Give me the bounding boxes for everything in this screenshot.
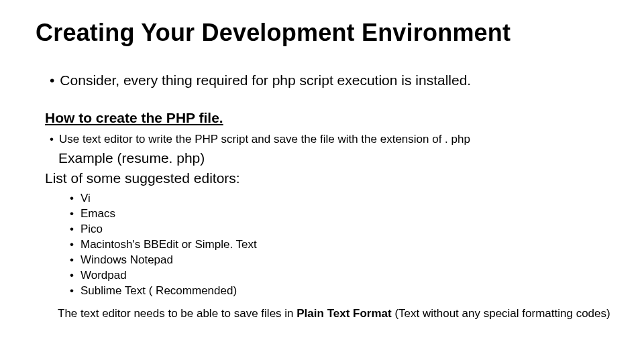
bullet-main-text: Consider, every thing required for php s…: [60, 72, 471, 88]
list-item: •Pico: [70, 222, 257, 237]
example-line: Example (resume. php): [58, 150, 205, 166]
bullet-sub: •Use text editor to write the PHP script…: [50, 133, 470, 146]
editors-list-label: List of some suggested editors:: [45, 170, 240, 186]
list-item: •Sublime Text ( Recommended): [70, 284, 257, 299]
bullet-icon: •: [70, 206, 80, 222]
list-item: •Windows Notepad: [70, 253, 257, 268]
slide-title: Creating Your Development Environment: [36, 19, 511, 47]
list-item-text: Sublime Text ( Recommended): [80, 284, 237, 297]
bullet-icon: •: [50, 133, 54, 145]
bullet-icon: •: [70, 268, 80, 284]
bullet-icon: •: [70, 237, 80, 253]
bullet-main: •Consider, every thing required for php …: [50, 72, 471, 88]
bullet-icon: •: [70, 284, 80, 299]
list-item-text: Wordpad: [80, 269, 127, 282]
list-item: •Emacs: [70, 206, 257, 222]
bullet-icon: •: [50, 72, 54, 88]
list-item: •Macintosh's BBEdit or Simple. Text: [70, 237, 257, 253]
closing-bold: Plain Text Format: [297, 307, 391, 320]
list-item-text: Emacs: [80, 207, 115, 220]
bullet-icon: •: [70, 222, 80, 237]
slide: Creating Your Development Environment •C…: [0, 0, 644, 362]
closing-pre: The text editor needs to be able to save…: [58, 307, 297, 320]
closing-post: (Text without any special formatting cod…: [392, 307, 610, 320]
list-item-text: Windows Notepad: [80, 253, 173, 266]
list-item-text: Vi: [80, 192, 91, 204]
bullet-icon: •: [70, 191, 80, 206]
bullet-sub-text: Use text editor to write the PHP script …: [59, 133, 470, 145]
list-item: •Vi: [70, 191, 257, 206]
list-item-text: Macintosh's BBEdit or Simple. Text: [80, 238, 257, 251]
bullet-icon: •: [70, 253, 80, 268]
list-item-text: Pico: [80, 223, 103, 235]
list-item: •Wordpad: [70, 268, 257, 284]
closing-note: The text editor needs to be able to save…: [58, 307, 617, 320]
sub-heading: How to create the PHP file.: [45, 110, 223, 126]
editors-list: •Vi •Emacs •Pico •Macintosh's BBEdit or …: [70, 191, 257, 299]
